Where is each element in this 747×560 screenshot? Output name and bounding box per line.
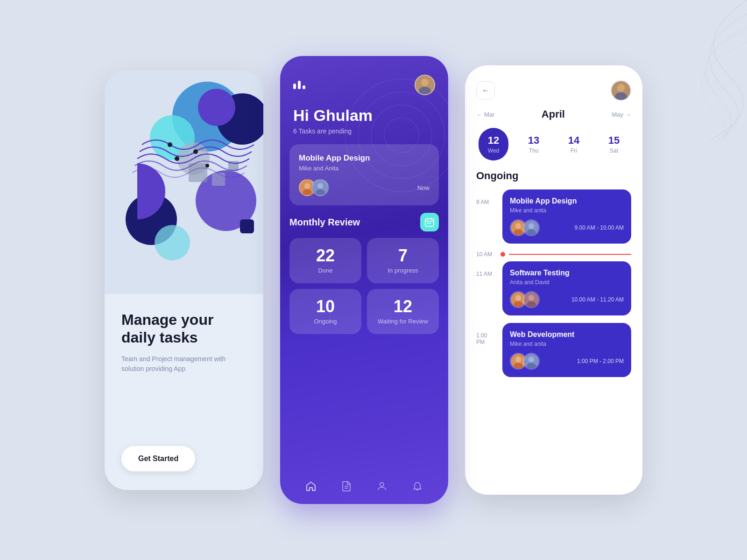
event-3-time-range: 1:00 PM - 2.00 PM [577, 358, 624, 364]
svg-point-49 [515, 295, 521, 301]
bars-icon [293, 81, 305, 89]
monthly-review-header: Monthly Review [289, 213, 439, 231]
svg-point-43 [515, 223, 521, 229]
event-2-title: Software Testing [510, 269, 624, 277]
svg-rect-8 [189, 163, 207, 182]
phone2-header [280, 56, 448, 95]
event-1-footer: 9.00 AM - 10.00 AM [510, 219, 624, 236]
event-3-sub: Mike and anita [510, 341, 624, 347]
svg-rect-30 [425, 219, 434, 226]
user-avatar[interactable] [415, 75, 435, 95]
stat-waiting: 12 Waiting for Review [367, 289, 439, 334]
date-row: 12 Wed 13 Thu 14 Fri 15 Sat [465, 128, 642, 170]
phones-container: Manage your daily tasks Team and Project… [105, 56, 642, 504]
svg-rect-9 [212, 173, 225, 186]
ongoing-section: Ongoing 9 AM Mobile App Design Mike and … [465, 170, 642, 495]
calendar-icon-button[interactable] [420, 213, 439, 231]
svg-point-40 [617, 84, 625, 91]
prev-month-btn[interactable]: ← Mar [476, 111, 494, 118]
svg-point-12 [193, 149, 198, 154]
date-15[interactable]: 15 Sat [599, 128, 629, 161]
svg-rect-34 [427, 223, 429, 224]
event-3-footer: 1:00 PM - 2.00 PM [510, 353, 624, 370]
event-3-content: Web Development Mike and anita [502, 323, 631, 381]
date-13[interactable]: 13 Thu [519, 128, 549, 161]
event-1-sub: Mike and anita [510, 207, 624, 214]
prev-month-label: Mar [484, 111, 494, 118]
calendar-nav: ← Mar April May → [465, 108, 642, 128]
svg-point-52 [529, 295, 534, 301]
next-month-label: May [612, 111, 623, 118]
illustration-area [105, 70, 263, 294]
stat-ongoing-number: 10 [316, 298, 335, 315]
month-title: April [542, 108, 565, 120]
event-2-time-range: 10.00 AM - 11.20 AM [571, 296, 624, 303]
svg-point-58 [529, 357, 534, 362]
date-14[interactable]: 14 Fri [559, 128, 589, 161]
monthly-review-section: Monthly Review 22 Done [289, 213, 439, 334]
phone1-title: Manage your daily tasks [121, 311, 247, 347]
mobile-app-card[interactable]: Mobile App Design Mike and Anita [289, 144, 439, 205]
red-line-time: 10 AM [476, 251, 497, 258]
svg-point-25 [304, 183, 310, 189]
stats-grid: 22 Done 7 In progress 10 Ongoing 12 Wait… [289, 238, 439, 334]
stat-ongoing: 10 Ongoing [289, 289, 361, 334]
event-2-footer: 10.00 AM - 11.20 AM [510, 291, 624, 308]
stat-ongoing-label: Ongoing [314, 318, 337, 325]
svg-point-11 [168, 142, 172, 147]
time-1pm: 1:00 PM [476, 323, 497, 345]
phone3-header: ← [465, 65, 642, 108]
event-3-avatars [510, 353, 540, 370]
svg-point-3 [198, 89, 235, 126]
event-1-title: Mobile App Design [510, 197, 624, 205]
current-time-row: 10 AM [476, 251, 631, 258]
bottom-nav [280, 471, 448, 504]
svg-point-46 [529, 223, 534, 229]
nav-user-icon[interactable] [376, 481, 388, 495]
phone2-greeting: Hi Ghulam 6 Tasks are pending [280, 95, 448, 135]
event-2-content: Software Testing Anita and David [502, 261, 631, 319]
svg-point-15 [155, 225, 190, 260]
event-card-1[interactable]: Mobile App Design Mike and anita [502, 189, 631, 244]
svg-point-55 [515, 357, 521, 362]
phone3: ← ← Mar April May → 12 W [465, 65, 642, 495]
timeline-row-1: 9 AM Mobile App Design Mike and anita [476, 189, 631, 247]
svg-point-38 [380, 483, 384, 486]
event-3-title: Web Development [510, 330, 624, 339]
stat-done-label: Done [318, 267, 332, 274]
ongoing-title: Ongoing [476, 170, 631, 182]
event-2-avatars [510, 291, 540, 308]
stat-waiting-number: 12 [394, 298, 412, 315]
event-2-avatar-2 [523, 291, 540, 308]
monthly-review-title: Monthly Review [289, 217, 360, 228]
stat-inprogress-label: In progress [388, 267, 418, 274]
nav-home-icon[interactable] [305, 481, 317, 495]
stat-done: 22 Done [289, 238, 361, 283]
avatar-anita [312, 179, 329, 196]
nav-bell-icon[interactable] [412, 481, 423, 495]
svg-point-22 [421, 78, 429, 86]
timeline-row-3: 1:00 PM Web Development Mike and anita [476, 323, 631, 381]
stat-inprogress: 7 In progress [367, 238, 439, 283]
event-card-2[interactable]: Software Testing Anita and David [502, 261, 631, 315]
mobile-app-card-sub: Mike and Anita [299, 165, 430, 172]
next-month-btn[interactable]: May → [612, 111, 631, 118]
nav-file-icon[interactable] [341, 481, 352, 495]
stat-inprogress-number: 7 [398, 247, 408, 264]
svg-rect-16 [240, 219, 254, 233]
timeline-row-2: 11 AM Software Testing Anita and David [476, 261, 631, 319]
event-1-time-range: 9.00 AM - 10.00 AM [575, 224, 624, 231]
mobile-app-card-title: Mobile App Design [299, 154, 430, 163]
svg-point-13 [175, 156, 179, 161]
current-time-line [509, 254, 631, 255]
back-button[interactable]: ← [476, 81, 495, 100]
event-card-3[interactable]: Web Development Mike and anita [502, 323, 631, 377]
stat-waiting-label: Waiting for Review [378, 318, 428, 325]
phone1-subtitle: Team and Project management with solutio… [121, 354, 247, 374]
phone3-user-avatar[interactable] [611, 80, 631, 101]
date-12[interactable]: 12 Wed [479, 128, 508, 161]
event-1-avatars [510, 219, 540, 236]
get-started-button[interactable]: Get Started [121, 446, 195, 471]
event-2-sub: Anita and David [510, 279, 624, 286]
phone1-content: Manage your daily tasks Team and Project… [105, 294, 263, 471]
